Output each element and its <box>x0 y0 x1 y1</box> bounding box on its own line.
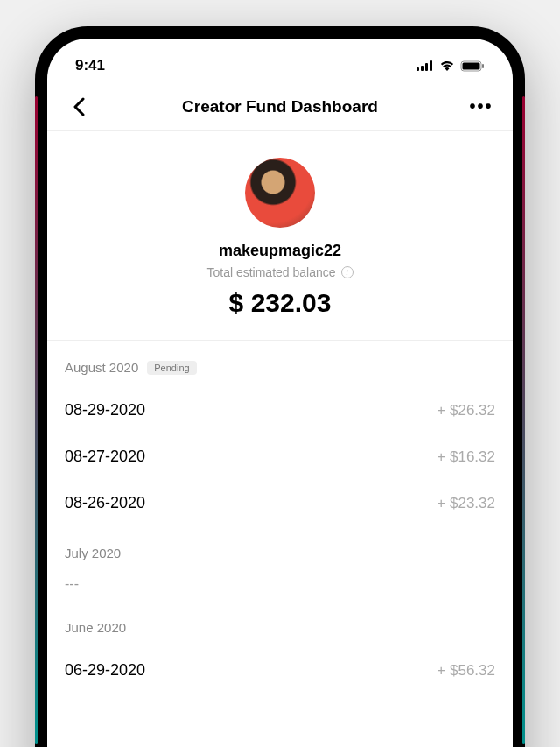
wifi-icon <box>439 60 455 71</box>
transaction-row[interactable]: 08-27-2020 + $16.32 <box>65 433 495 480</box>
phone-edge-glow <box>35 96 38 744</box>
more-options-button[interactable]: ••• <box>467 93 495 121</box>
month-label: July 2020 <box>65 546 121 560</box>
balance-label-row: Total estimated balance i <box>65 265 495 279</box>
transaction-row[interactable]: 06-29-2020 + $56.32 <box>65 647 495 694</box>
pending-badge: Pending <box>147 361 196 375</box>
status-bar: 9:41 <box>47 39 513 82</box>
battery-icon <box>460 60 485 72</box>
svg-rect-3 <box>430 60 432 71</box>
info-icon[interactable]: i <box>341 266 354 278</box>
phone-edge-glow <box>522 96 525 744</box>
username: makeupmagic22 <box>65 242 495 260</box>
transaction-row[interactable]: 08-26-2020 + $23.32 <box>65 480 495 526</box>
svg-rect-6 <box>482 64 484 68</box>
svg-rect-0 <box>416 67 419 71</box>
svg-rect-1 <box>421 66 424 71</box>
phone-frame: 9:41 <box>35 26 525 747</box>
balance-label: Total estimated balance <box>206 265 335 279</box>
cellular-signal-icon <box>416 60 434 71</box>
transaction-date: 06-29-2020 <box>65 661 145 680</box>
month-label: June 2020 <box>65 620 126 635</box>
back-button[interactable] <box>65 93 93 121</box>
transaction-date: 08-29-2020 <box>65 401 145 419</box>
screen: 9:41 <box>47 39 513 747</box>
svg-rect-2 <box>425 63 428 71</box>
transaction-amount: + $23.32 <box>437 495 495 512</box>
month-header: August 2020 Pending <box>65 341 495 387</box>
status-time: 9:41 <box>75 57 105 74</box>
transactions-list[interactable]: August 2020 Pending 08-29-2020 + $26.32 … <box>47 341 513 694</box>
month-label: August 2020 <box>65 360 138 375</box>
transaction-amount: + $26.32 <box>437 402 495 419</box>
transaction-date: 08-26-2020 <box>65 494 145 512</box>
profile-section: makeupmagic22 Total estimated balance i … <box>47 131 513 341</box>
transaction-row[interactable]: 08-29-2020 + $26.32 <box>65 387 495 433</box>
balance-amount: $ 232.03 <box>65 288 495 318</box>
transaction-amount: + $16.32 <box>437 448 495 466</box>
month-header: July 2020 <box>65 526 495 573</box>
more-horizontal-icon: ••• <box>469 96 493 116</box>
month-header: June 2020 <box>65 601 495 647</box>
svg-rect-5 <box>463 62 480 69</box>
nav-header: Creator Fund Dashboard ••• <box>47 82 513 131</box>
avatar[interactable] <box>245 158 315 228</box>
transaction-amount: + $56.32 <box>437 662 495 680</box>
chevron-left-icon <box>73 97 85 116</box>
page-title: Creator Fund Dashboard <box>182 97 378 116</box>
empty-month-placeholder: --- <box>65 573 495 601</box>
transaction-date: 08-27-2020 <box>65 447 145 466</box>
status-indicators <box>416 60 485 72</box>
